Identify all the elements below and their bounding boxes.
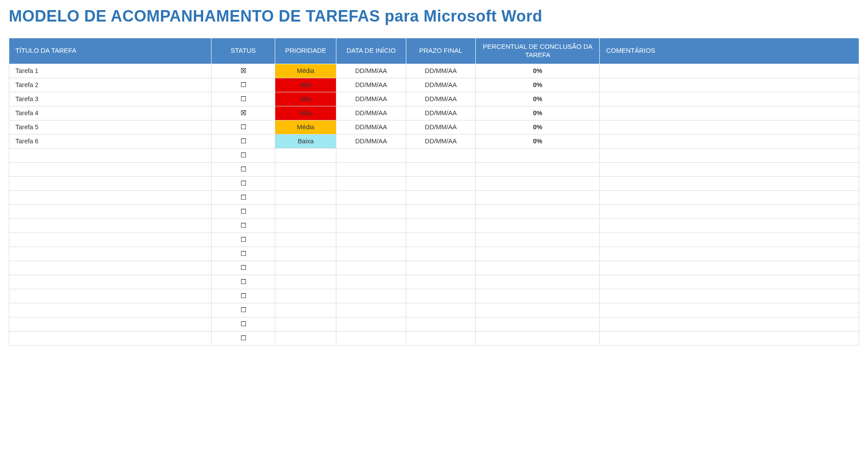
- cell-task-title[interactable]: Tarefa 3: [9, 92, 212, 106]
- cell-task-title[interactable]: [9, 261, 212, 275]
- checkbox-unchecked-icon[interactable]: ☐: [241, 306, 246, 313]
- cell-start-date[interactable]: [336, 218, 406, 233]
- cell-start-date[interactable]: DD/MM/AA: [336, 106, 406, 120]
- cell-percent-complete[interactable]: [476, 331, 600, 345]
- checkbox-unchecked-icon[interactable]: ☐: [241, 222, 246, 229]
- cell-due-date[interactable]: [406, 289, 476, 303]
- cell-priority[interactable]: [275, 317, 336, 331]
- checkbox-checked-icon[interactable]: ☒: [241, 67, 246, 74]
- cell-percent-complete[interactable]: 0%: [476, 92, 600, 106]
- checkbox-unchecked-icon[interactable]: ☐: [241, 138, 246, 144]
- checkbox-unchecked-icon[interactable]: ☐: [241, 264, 246, 271]
- checkbox-unchecked-icon[interactable]: ☐: [241, 236, 246, 243]
- cell-percent-complete[interactable]: [476, 289, 600, 303]
- checkbox-checked-icon[interactable]: ☒: [241, 109, 246, 116]
- cell-percent-complete[interactable]: 0%: [476, 106, 600, 120]
- checkbox-unchecked-icon[interactable]: ☐: [241, 335, 246, 341]
- cell-task-title[interactable]: Tarefa 2: [9, 78, 212, 92]
- cell-due-date[interactable]: [406, 261, 476, 275]
- cell-priority[interactable]: [275, 275, 336, 289]
- cell-percent-complete[interactable]: [476, 261, 600, 275]
- cell-comments[interactable]: [600, 190, 859, 204]
- checkbox-unchecked-icon[interactable]: ☐: [241, 95, 246, 102]
- cell-due-date[interactable]: DD/MM/AA: [406, 92, 476, 106]
- cell-comments[interactable]: [600, 289, 859, 303]
- checkbox-unchecked-icon[interactable]: ☐: [241, 166, 246, 172]
- cell-start-date[interactable]: [336, 204, 406, 218]
- checkbox-unchecked-icon[interactable]: ☐: [241, 320, 246, 327]
- cell-percent-complete[interactable]: [476, 176, 600, 190]
- cell-due-date[interactable]: [406, 233, 476, 247]
- cell-task-title[interactable]: [9, 218, 212, 233]
- cell-start-date[interactable]: [336, 275, 406, 289]
- cell-start-date[interactable]: DD/MM/AA: [336, 64, 406, 78]
- cell-start-date[interactable]: DD/MM/AA: [336, 92, 406, 106]
- cell-due-date[interactable]: [406, 162, 476, 176]
- cell-priority[interactable]: [275, 261, 336, 275]
- cell-percent-complete[interactable]: [476, 204, 600, 218]
- cell-start-date[interactable]: [336, 176, 406, 190]
- cell-priority[interactable]: [275, 289, 336, 303]
- cell-comments[interactable]: [600, 162, 859, 176]
- cell-task-title[interactable]: Tarefa 1: [9, 64, 212, 78]
- cell-comments[interactable]: [600, 92, 859, 106]
- cell-due-date[interactable]: [406, 317, 476, 331]
- cell-priority[interactable]: Alta: [275, 78, 336, 92]
- cell-task-title[interactable]: Tarefa 6: [9, 134, 212, 148]
- cell-comments[interactable]: [600, 106, 859, 120]
- cell-priority[interactable]: [275, 204, 336, 218]
- cell-percent-complete[interactable]: [476, 218, 600, 233]
- cell-percent-complete[interactable]: [476, 317, 600, 331]
- cell-start-date[interactable]: [336, 303, 406, 317]
- cell-priority[interactable]: Alta: [275, 106, 336, 120]
- cell-comments[interactable]: [600, 303, 859, 317]
- cell-percent-complete[interactable]: 0%: [476, 134, 600, 148]
- cell-task-title[interactable]: [9, 303, 212, 317]
- cell-comments[interactable]: [600, 275, 859, 289]
- cell-percent-complete[interactable]: [476, 233, 600, 247]
- cell-task-title[interactable]: [9, 275, 212, 289]
- cell-priority[interactable]: [275, 190, 336, 204]
- cell-comments[interactable]: [600, 78, 859, 92]
- cell-task-title[interactable]: [9, 331, 212, 345]
- cell-percent-complete[interactable]: [476, 162, 600, 176]
- cell-due-date[interactable]: DD/MM/AA: [406, 78, 476, 92]
- cell-due-date[interactable]: DD/MM/AA: [406, 120, 476, 134]
- cell-task-title[interactable]: [9, 317, 212, 331]
- cell-percent-complete[interactable]: [476, 247, 600, 261]
- cell-task-title[interactable]: [9, 176, 212, 190]
- cell-task-title[interactable]: [9, 148, 212, 162]
- cell-percent-complete[interactable]: 0%: [476, 64, 600, 78]
- cell-due-date[interactable]: [406, 331, 476, 345]
- checkbox-unchecked-icon[interactable]: ☐: [241, 152, 246, 158]
- checkbox-unchecked-icon[interactable]: ☐: [241, 250, 246, 257]
- cell-priority[interactable]: [275, 303, 336, 317]
- cell-priority[interactable]: [275, 162, 336, 176]
- checkbox-unchecked-icon[interactable]: ☐: [241, 208, 246, 215]
- cell-task-title[interactable]: [9, 190, 212, 204]
- cell-comments[interactable]: [600, 317, 859, 331]
- cell-start-date[interactable]: [336, 190, 406, 204]
- cell-priority[interactable]: [275, 331, 336, 345]
- cell-start-date[interactable]: [336, 317, 406, 331]
- cell-due-date[interactable]: DD/MM/AA: [406, 64, 476, 78]
- cell-priority[interactable]: Média: [275, 120, 336, 134]
- cell-due-date[interactable]: [406, 247, 476, 261]
- cell-task-title[interactable]: Tarefa 4: [9, 106, 212, 120]
- cell-due-date[interactable]: [406, 176, 476, 190]
- cell-due-date[interactable]: [406, 218, 476, 233]
- cell-start-date[interactable]: DD/MM/AA: [336, 78, 406, 92]
- cell-task-title[interactable]: [9, 289, 212, 303]
- cell-comments[interactable]: [600, 120, 859, 134]
- cell-priority[interactable]: Alta: [275, 92, 336, 106]
- cell-start-date[interactable]: [336, 289, 406, 303]
- cell-due-date[interactable]: [406, 148, 476, 162]
- cell-start-date[interactable]: [336, 162, 406, 176]
- cell-percent-complete[interactable]: [476, 303, 600, 317]
- cell-task-title[interactable]: Tarefa 5: [9, 120, 212, 134]
- cell-priority[interactable]: [275, 233, 336, 247]
- cell-percent-complete[interactable]: 0%: [476, 78, 600, 92]
- cell-start-date[interactable]: DD/MM/AA: [336, 134, 406, 148]
- cell-due-date[interactable]: [406, 190, 476, 204]
- cell-priority[interactable]: [275, 247, 336, 261]
